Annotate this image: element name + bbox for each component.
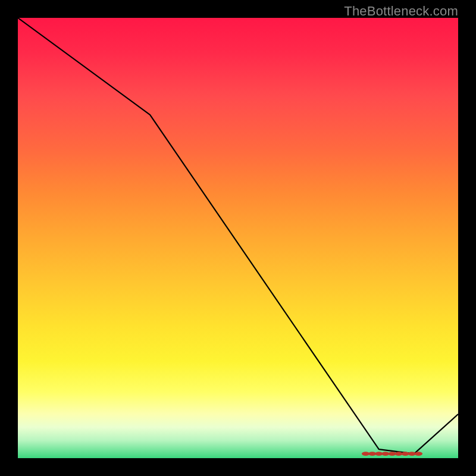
marker-dot: [415, 452, 422, 456]
watermark-label: TheBottleneck.com: [344, 4, 458, 19]
marker-dots: [362, 452, 422, 456]
chart-frame: TheBottleneck.com: [0, 0, 476, 476]
chart-svg: [18, 18, 458, 458]
curve-line: [18, 18, 458, 454]
plot-area: [18, 18, 458, 458]
